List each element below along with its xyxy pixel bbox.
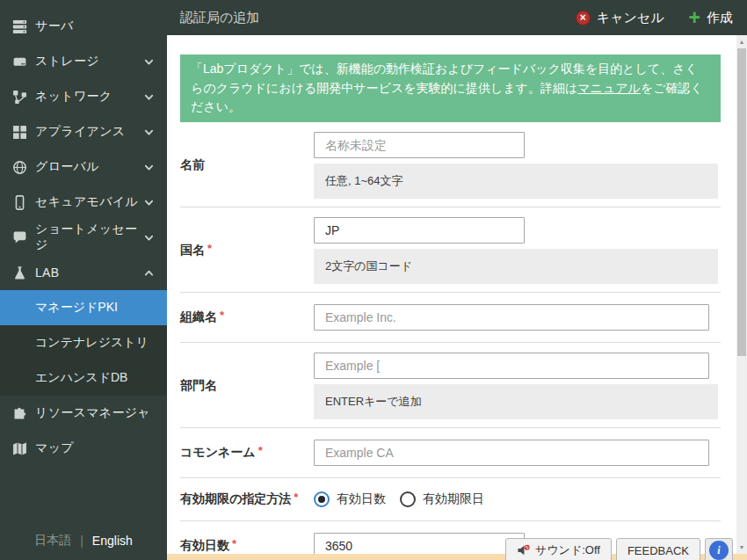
- page-title: 認証局の追加: [180, 10, 259, 26]
- radio-option-label: 有効日数: [337, 491, 386, 507]
- speaker-muted-icon: [517, 544, 530, 556]
- create-button[interactable]: + 作成: [689, 10, 733, 26]
- cancel-button[interactable]: × キャンセル: [576, 10, 664, 26]
- topbar: 認証局の追加 × キャンセル + 作成: [167, 0, 747, 35]
- submenu-item-label: コンテナレジストリ: [35, 335, 149, 351]
- required-asterisk: *: [294, 491, 298, 504]
- required-asterisk: *: [220, 309, 224, 322]
- country-input[interactable]: [314, 217, 525, 244]
- footer-buttons: サウンド:Off FEEDBACK i: [505, 538, 733, 560]
- radio-option-expiry-method-1[interactable]: 有効期限日: [400, 491, 484, 507]
- sidebar-item-network[interactable]: ネットワーク: [0, 79, 167, 114]
- network-icon: [12, 90, 27, 105]
- sidebar-item-label: セキュアモバイル: [35, 194, 143, 210]
- cancel-icon: ×: [576, 11, 591, 25]
- sidebar-item-lab[interactable]: LAB: [0, 255, 167, 290]
- field-label-text: コモンネーム: [180, 445, 256, 461]
- submenu-item-managed-pki[interactable]: マネージドPKI: [0, 290, 167, 325]
- form-content: 「Labプロダクト」では、新機能の動作検証およびフィードバック収集を目的として、…: [180, 35, 721, 560]
- chevron-down-icon: [143, 197, 155, 208]
- sidebar-nav: サーバストレージネットワークアプライアンスグローバルセキュアモバイルショートメッ…: [0, 0, 167, 466]
- sidebar-item-global[interactable]: グローバル: [0, 149, 167, 185]
- sidebar-item-label: ストレージ: [35, 54, 143, 69]
- sidebar: サーバストレージネットワークアプライアンスグローバルセキュアモバイルショートメッ…: [0, 0, 167, 560]
- field-helper-name: 任意, 1~64文字: [314, 164, 718, 199]
- language-english[interactable]: English: [92, 534, 133, 548]
- radio-button[interactable]: [314, 491, 330, 507]
- sidebar-item-label: グローバル: [35, 159, 143, 175]
- radio-option-expiry-method-0[interactable]: 有効日数: [314, 491, 386, 507]
- field-control-department: ENTERキーで追加: [314, 353, 721, 419]
- field-label-text: 部門名: [180, 378, 217, 394]
- info-icon: i: [709, 541, 729, 560]
- scrollbar-up-arrow[interactable]: ▲: [736, 38, 747, 47]
- sidebar-item-short-message[interactable]: ショートメッセージ: [0, 220, 167, 255]
- radio-option-label: 有効期限日: [423, 491, 484, 507]
- radio-button[interactable]: [400, 491, 416, 507]
- globe-icon: [12, 160, 27, 175]
- radio-group-expiry-method: 有効日数有効期限日: [314, 491, 721, 507]
- language-separator: |: [80, 534, 83, 548]
- chevron-down-icon: [143, 232, 155, 244]
- field-row-organization: 組織名*: [180, 293, 721, 343]
- field-label-country: 国名*: [180, 217, 314, 284]
- field-control-common-name: [314, 440, 721, 466]
- mobile-icon: [12, 195, 27, 210]
- feedback-label: FEEDBACK: [627, 544, 689, 557]
- storage-icon: [12, 55, 27, 69]
- required-asterisk: *: [232, 537, 236, 550]
- language-switcher: 日本語 | English: [0, 533, 167, 549]
- manual-link[interactable]: マニュアル: [577, 81, 641, 95]
- sidebar-item-server[interactable]: サーバ: [0, 9, 167, 44]
- scrollbar-down-arrow[interactable]: ▼: [736, 543, 747, 552]
- field-control-expiry-method: 有効日数有効期限日: [314, 491, 721, 507]
- department-input[interactable]: [314, 353, 709, 379]
- language-japanese[interactable]: 日本語: [34, 533, 71, 549]
- plus-icon: +: [689, 11, 700, 24]
- ca-form: 名前任意, 1~64文字国名*2文字の国コード組織名*部門名ENTERキーで追加…: [180, 122, 721, 560]
- required-asterisk: *: [258, 444, 263, 457]
- sidebar-item-label: LAB: [35, 265, 143, 280]
- field-row-country: 国名*2文字の国コード: [180, 207, 721, 293]
- sidebar-item-appliance[interactable]: アプライアンス: [0, 114, 167, 149]
- puzzle-icon: [12, 406, 27, 421]
- scrollbar[interactable]: ▲ ▼: [736, 35, 747, 560]
- cancel-label: キャンセル: [597, 10, 664, 26]
- field-row-name: 名前任意, 1~64文字: [180, 122, 721, 207]
- lab-notice-banner: 「Labプロダクト」では、新機能の動作検証およびフィードバック収集を目的として、…: [180, 55, 721, 122]
- organization-input[interactable]: [314, 304, 709, 331]
- flask-icon: [12, 265, 27, 280]
- field-label-text: 組織名: [180, 309, 217, 325]
- field-label-text: 有効日数: [180, 538, 229, 554]
- sidebar-item-label: サーバ: [35, 18, 155, 34]
- chevron-down-icon: [143, 91, 155, 103]
- sidebar-item-storage[interactable]: ストレージ: [0, 44, 167, 79]
- field-label-expiry-method: 有効期限の指定方法*: [180, 491, 314, 507]
- field-label-department: 部門名: [180, 353, 314, 419]
- sidebar-item-secure-mobile[interactable]: セキュアモバイル: [0, 185, 167, 220]
- submenu-item-enhanced-db[interactable]: エンハンスドDB: [0, 360, 167, 396]
- sound-button[interactable]: サウンド:Off: [505, 538, 612, 560]
- name-input[interactable]: [314, 132, 525, 158]
- lab-submenu: マネージドPKIコンテナレジストリエンハンスドDB: [0, 290, 167, 396]
- server-icon: [12, 19, 27, 34]
- submenu-item-label: マネージドPKI: [35, 300, 118, 316]
- feedback-button[interactable]: FEEDBACK: [616, 538, 700, 560]
- submenu-item-container-registry[interactable]: コンテナレジストリ: [0, 325, 167, 360]
- field-label-name: 名前: [180, 132, 314, 199]
- chevron-down-icon: [143, 162, 155, 173]
- sidebar-item-resource-manager[interactable]: リソースマネージャ: [0, 396, 167, 431]
- topbar-actions: × キャンセル + 作成: [576, 10, 733, 26]
- help-button[interactable]: i: [705, 538, 733, 560]
- sidebar-item-label: アプライアンス: [35, 124, 143, 140]
- map-icon: [12, 441, 27, 456]
- chevron-down-icon: [143, 127, 155, 138]
- common-name-input[interactable]: [314, 440, 709, 466]
- field-row-expiry-method: 有効期限の指定方法*有効日数有効期限日: [180, 478, 721, 521]
- scrollbar-thumb[interactable]: [737, 48, 746, 356]
- sound-label: サウンド:Off: [535, 542, 600, 558]
- field-helper-department: ENTERキーで追加: [314, 384, 718, 419]
- field-label-common-name: コモンネーム*: [180, 440, 314, 466]
- sidebar-item-map[interactable]: マップ: [0, 431, 167, 466]
- sidebar-item-label: ショートメッセージ: [35, 222, 143, 253]
